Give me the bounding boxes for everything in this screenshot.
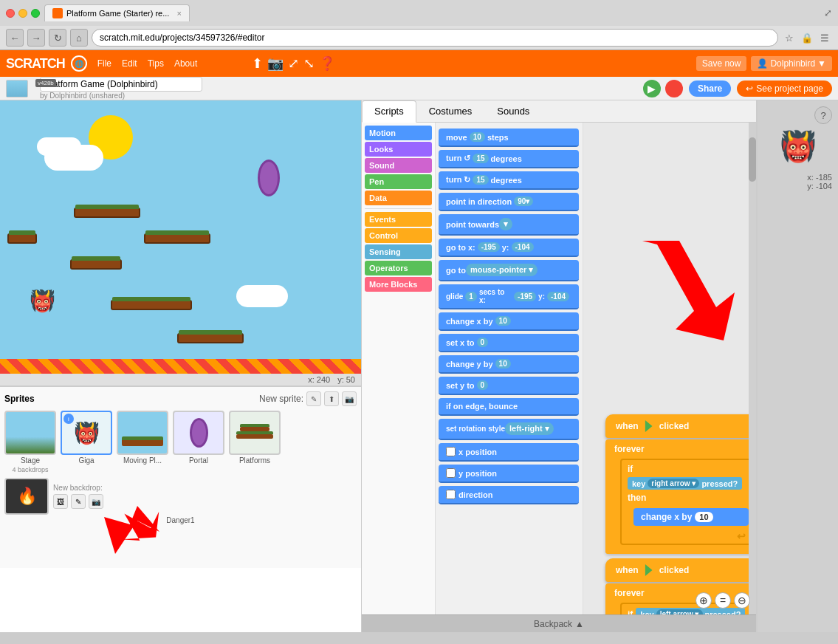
stop-button[interactable]: [665, 80, 683, 97]
point-direction-block[interactable]: point in direction 90▾: [439, 193, 579, 211]
scratch-logo[interactable]: SCRATCH: [6, 56, 65, 72]
more-blocks-category[interactable]: More Blocks: [365, 277, 432, 292]
minimize-window-button[interactable]: [18, 9, 27, 18]
forever-block-1[interactable]: forever if key right arrow ▾ pressed?: [605, 439, 756, 554]
compress-icon[interactable]: ⤡: [303, 55, 315, 72]
sound-category[interactable]: Sound: [365, 158, 432, 173]
zoom-out-button[interactable]: ⊖: [734, 592, 750, 609]
expand-icon[interactable]: ⤢: [288, 55, 299, 72]
when-clicked-hat-1[interactable]: when clicked: [605, 414, 756, 438]
backpack-bar[interactable]: Backpack ▲: [362, 614, 756, 632]
paint-backdrop-button[interactable]: 🖼: [53, 494, 68, 509]
data-category[interactable]: Data: [365, 191, 432, 205]
platforms-sprite-item[interactable]: Platforms: [229, 411, 281, 473]
upload-sprite-button[interactable]: ⬆: [324, 391, 339, 406]
key-sensing-1[interactable]: key right arrow ▾ pressed?: [628, 477, 742, 490]
about-menu[interactable]: About: [170, 57, 202, 70]
portal-sprite-item[interactable]: Portal: [173, 411, 224, 473]
help-icon[interactable]: ❓: [319, 55, 335, 72]
forward-button[interactable]: →: [27, 29, 45, 47]
preview-sprite: 👹: [776, 124, 820, 168]
green-flag-button[interactable]: ▶: [643, 80, 661, 97]
home-button[interactable]: ⌂: [70, 29, 88, 47]
move-block[interactable]: move 10 steps: [439, 129, 579, 147]
sensing-category[interactable]: Sensing: [365, 244, 432, 259]
script-scrollbar-thumb[interactable]: [749, 137, 756, 182]
zoom-in-button[interactable]: ⊕: [696, 592, 712, 609]
set-x-block[interactable]: set x to 0: [439, 334, 579, 352]
close-window-button[interactable]: [6, 9, 15, 18]
zoom-reset-button[interactable]: =: [715, 592, 731, 609]
control-category[interactable]: Control: [365, 228, 432, 243]
see-project-button[interactable]: ↩ See project page: [737, 80, 832, 97]
right-arrow-dropdown[interactable]: right arrow ▾: [648, 479, 699, 488]
help-button[interactable]: ?: [814, 106, 832, 124]
refresh-icon: ↩: [746, 83, 753, 94]
portal: [258, 160, 280, 196]
x-position-block[interactable]: x position: [439, 443, 579, 462]
project-bar: v428b by Dolphinbird (unshared) ▶ Share …: [0, 77, 838, 100]
direction-checkbox[interactable]: [446, 490, 456, 499]
back-button[interactable]: ←: [6, 29, 24, 47]
go-to-block[interactable]: go to mouse-pointer ▾: [439, 260, 579, 281]
glide-block[interactable]: glide 1 secs to x: -195 y: -104: [439, 284, 579, 309]
share-button[interactable]: Share: [689, 80, 731, 97]
edit-menu[interactable]: Edit: [117, 57, 142, 70]
y-position-block[interactable]: y position: [439, 465, 579, 483]
set-y-block[interactable]: set y to 0: [439, 377, 579, 395]
when-clicked-hat-2[interactable]: when clicked: [605, 558, 756, 582]
user-button[interactable]: 👤 Dolphinbird ▼: [751, 56, 832, 71]
direction-block[interactable]: direction: [439, 486, 579, 504]
if-block-1[interactable]: if key right arrow ▾ pressed? then: [620, 459, 753, 545]
upload-icon[interactable]: ⬆: [252, 55, 263, 72]
set-rotation-block[interactable]: set rotation style left-right ▾: [439, 419, 579, 440]
url-bar[interactable]: [92, 29, 778, 47]
camera-icon[interactable]: 📷: [267, 55, 284, 72]
scripts-tab[interactable]: Scripts: [362, 100, 416, 123]
key-sensing-2[interactable]: key left arrow ▾ pressed?: [636, 608, 745, 614]
stage-coords: x: 240 y: 50: [0, 374, 361, 386]
menu-icon[interactable]: ☰: [817, 30, 832, 45]
camera-sprite-button[interactable]: 📷: [342, 391, 357, 406]
if-on-edge-block[interactable]: if on edge, bounce: [439, 398, 579, 416]
browser-tab[interactable]: Platform Game (Starter) re... ×: [44, 4, 190, 21]
maximize-window-button[interactable]: [31, 9, 40, 18]
sounds-tab[interactable]: Sounds: [484, 100, 542, 122]
looks-category[interactable]: Looks: [365, 142, 432, 157]
giga-sprite-item[interactable]: i 👹 Giga: [61, 411, 112, 473]
y-position-checkbox[interactable]: [446, 468, 456, 478]
point-towards-block[interactable]: point towards ▾: [439, 214, 579, 236]
change-y-block[interactable]: change y by 10: [439, 355, 579, 374]
file-menu[interactable]: File: [93, 57, 116, 70]
upload-backdrop-button[interactable]: ✎: [71, 494, 86, 509]
pen-category[interactable]: Pen: [365, 174, 432, 189]
turn-cw-block[interactable]: turn ↻ 15 degrees: [439, 171, 579, 190]
costumes-tab[interactable]: Costumes: [416, 100, 485, 122]
change-x-block[interactable]: change x by 10: [439, 312, 579, 331]
language-icon[interactable]: 🌐: [71, 55, 87, 72]
bookmark-icon[interactable]: ☆: [782, 30, 797, 45]
stage-thumbnail: [4, 411, 56, 455]
version-badge: v428b: [35, 79, 56, 87]
save-now-button[interactable]: Save now: [696, 56, 747, 71]
operators-category[interactable]: Operators: [365, 261, 432, 275]
close-tab-button[interactable]: ×: [176, 9, 181, 18]
expand-button[interactable]: ⤢: [824, 7, 832, 18]
moving-pl-sprite-item[interactable]: Moving Pl...: [117, 411, 168, 473]
paint-sprite-button[interactable]: ✎: [306, 391, 321, 406]
lock-icon[interactable]: 🔒: [800, 30, 814, 45]
project-title-input[interactable]: [40, 77, 202, 92]
motion-category[interactable]: Motion: [365, 126, 432, 140]
go-to-xy-block[interactable]: go to x: -195 y: -104: [439, 239, 579, 257]
events-category[interactable]: Events: [365, 212, 432, 227]
script-canvas[interactable]: when clicked forever if: [583, 123, 756, 614]
camera-backdrop-button[interactable]: 📷: [89, 494, 103, 509]
change-x-by-10-block-1[interactable]: change x by 10: [633, 508, 749, 526]
stage-sprite-item[interactable]: Stage 4 backdrops: [4, 411, 56, 473]
turn-ccw-block[interactable]: turn ↺ 15 degrees: [439, 150, 579, 168]
refresh-button[interactable]: ↻: [49, 29, 66, 47]
tips-menu[interactable]: Tips: [143, 57, 168, 70]
script-scrollbar[interactable]: [749, 123, 756, 614]
x-position-checkbox[interactable]: [446, 447, 456, 456]
left-arrow-dropdown[interactable]: left arrow ▾: [656, 609, 703, 614]
